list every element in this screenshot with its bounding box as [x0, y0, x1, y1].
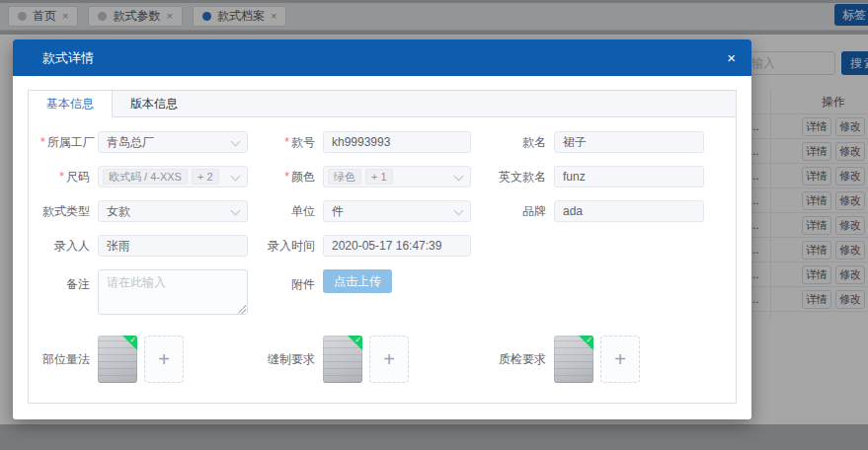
color-tag: 绿色 — [328, 169, 361, 185]
english-name-label: 英文款名 — [489, 166, 554, 188]
basic-info-form: *所属工厂 青岛总厂 *款号 款名 *尺码 — [29, 117, 736, 403]
remarks-label: 备注 — [40, 273, 98, 295]
sewing-upload-group: ✓ + — [323, 336, 471, 383]
style-type-label: 款式类型 — [40, 200, 98, 222]
chevron-down-icon — [231, 172, 241, 182]
style-detail-modal: 款式详情 × 基本信息 版本信息 *所属工厂 青岛总厂 — [13, 39, 751, 419]
color-select[interactable]: 绿色 + 1 — [323, 166, 471, 188]
factory-value: 青岛总厂 — [107, 132, 154, 152]
required-mark: * — [59, 170, 64, 184]
qc-add-image-button[interactable]: + — [600, 336, 640, 383]
style-name-input[interactable] — [554, 131, 704, 153]
info-tab-card: 基本信息 版本信息 *所属工厂 青岛总厂 *款号 款名 — [28, 90, 737, 404]
size-select[interactable]: 欧式码 / 4-XXS + 2 — [98, 166, 248, 188]
style-type-value: 女款 — [107, 201, 130, 221]
check-icon: ✓ — [586, 336, 592, 344]
measure-label: 部位量法 — [40, 348, 98, 370]
qc-label: 质检要求 — [489, 348, 554, 370]
size-tag: 欧式码 / 4-XXS — [103, 169, 188, 185]
measure-upload-group: ✓ + — [98, 336, 248, 383]
required-mark: * — [284, 170, 289, 184]
form-row: *所属工厂 青岛总厂 *款号 款名 — [40, 131, 724, 153]
app-page: 首页 × 款式参数 × 款式档案 × 标签 搜索 操作 4... 详情 修改 5… — [0, 0, 868, 450]
check-icon: ✓ — [129, 336, 136, 344]
remarks-field — [98, 269, 248, 318]
measure-add-image-button[interactable]: + — [144, 336, 184, 383]
form-row: 录入人 录入时间 — [40, 235, 724, 257]
plus-icon: + — [158, 348, 170, 371]
form-row: 备注 附件 点击上传 — [40, 269, 724, 318]
tab-version-info[interactable]: 版本信息 — [113, 91, 196, 117]
brand-label: 品牌 — [489, 200, 554, 222]
required-mark: * — [284, 135, 289, 149]
form-row: 款式类型 女款 单位 件 品牌 — [40, 200, 724, 222]
close-icon[interactable]: × — [727, 50, 736, 65]
chevron-down-icon — [231, 137, 241, 147]
unit-value: 件 — [332, 201, 344, 221]
form-row: 部位量法 ✓ + 缝制要求 ✓ — [40, 336, 724, 383]
attachment-label: 附件 — [262, 273, 323, 295]
measure-image-thumbnail[interactable]: ✓ — [98, 336, 137, 383]
qc-image-thumbnail[interactable]: ✓ — [554, 336, 593, 383]
factory-label: *所属工厂 — [40, 131, 98, 153]
brand-input[interactable] — [554, 200, 704, 222]
modal-body: 基本信息 版本信息 *所属工厂 青岛总厂 *款号 款名 — [13, 76, 751, 419]
factory-select[interactable]: 青岛总厂 — [98, 131, 248, 153]
unit-label: 单位 — [262, 200, 323, 222]
style-no-label: *款号 — [262, 131, 323, 153]
chevron-down-icon — [454, 172, 464, 182]
unit-select[interactable]: 件 — [323, 200, 471, 222]
english-name-input[interactable] — [554, 166, 704, 188]
modal-header: 款式详情 × — [13, 39, 751, 76]
style-type-select[interactable]: 女款 — [98, 200, 248, 222]
style-no-input[interactable] — [323, 131, 471, 153]
sewing-add-image-button[interactable]: + — [369, 336, 409, 383]
chevron-down-icon — [231, 206, 241, 216]
plus-icon: + — [614, 348, 626, 371]
size-label: *尺码 — [40, 166, 98, 188]
remarks-textarea[interactable] — [98, 269, 248, 315]
sewing-image-thumbnail[interactable]: ✓ — [323, 336, 362, 383]
entry-time-label: 录入时间 — [262, 235, 323, 257]
sewing-label: 缝制要求 — [262, 348, 323, 370]
modal-title: 款式详情 — [42, 49, 727, 67]
tab-header: 基本信息 版本信息 — [29, 91, 736, 117]
chevron-down-icon — [454, 206, 464, 216]
entry-time-input[interactable] — [323, 235, 471, 257]
upload-attachment-button[interactable]: 点击上传 — [323, 269, 392, 293]
color-label: *颜色 — [262, 166, 323, 188]
style-name-label: 款名 — [489, 131, 554, 153]
form-row: *尺码 欧式码 / 4-XXS + 2 *颜色 绿色 + 1 英文款名 — [40, 166, 724, 188]
required-mark: * — [40, 135, 45, 149]
plus-icon: + — [383, 348, 395, 371]
entry-person-input[interactable] — [98, 235, 248, 257]
color-more-tag: + 1 — [365, 169, 393, 185]
entry-person-label: 录入人 — [40, 235, 98, 257]
check-icon: ✓ — [355, 336, 361, 344]
qc-upload-group: ✓ + — [554, 336, 704, 383]
size-more-tag: + 2 — [192, 169, 219, 185]
tab-basic-info[interactable]: 基本信息 — [29, 91, 113, 117]
